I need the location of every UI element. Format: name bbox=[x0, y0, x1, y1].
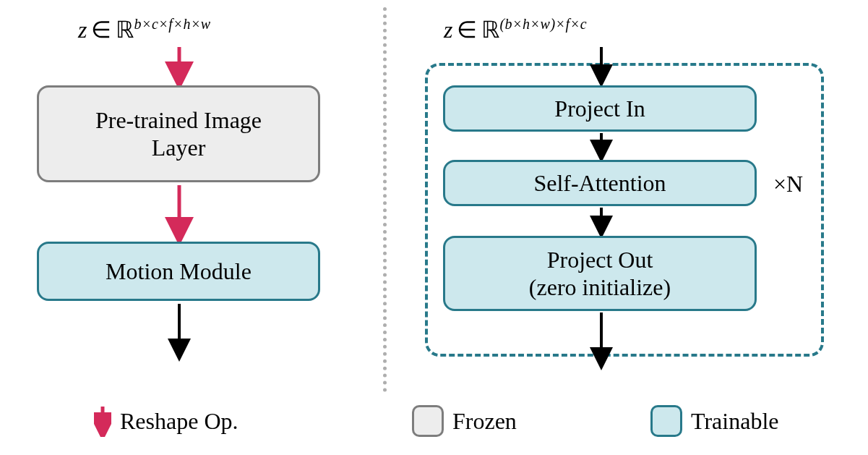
frozen-swatch-icon bbox=[412, 405, 444, 437]
legend-reshape-label: Reshape Op. bbox=[120, 408, 239, 435]
project-out-block: Project Out(zero initialize) bbox=[443, 236, 757, 311]
legend-trainable: Trainable bbox=[650, 405, 778, 437]
legend-trainable-label: Trainable bbox=[691, 408, 778, 435]
legend-frozen: Frozen bbox=[412, 405, 517, 437]
project-in-block: Project In bbox=[443, 85, 757, 132]
left-panel bbox=[0, 0, 383, 455]
black-arrow-icon bbox=[594, 312, 609, 370]
black-arrow-icon bbox=[594, 208, 609, 238]
diagram-root: z∈ℝb×c×f×h×w Pre-trained ImageLayer Moti… bbox=[0, 0, 868, 455]
black-arrow-icon bbox=[594, 47, 609, 87]
black-arrow-icon bbox=[172, 304, 186, 362]
xn-label: ×N bbox=[773, 171, 803, 197]
red-arrow-icon bbox=[172, 47, 186, 87]
panel-divider bbox=[383, 7, 387, 392]
black-arrow-icon bbox=[594, 133, 609, 162]
legend-frozen-label: Frozen bbox=[452, 408, 517, 435]
left-formula: z∈ℝb×c×f×h×w bbox=[78, 16, 211, 43]
red-arrow-icon bbox=[172, 185, 186, 243]
pretrained-image-layer-block: Pre-trained ImageLayer bbox=[37, 85, 320, 182]
trainable-swatch-icon bbox=[650, 405, 682, 437]
motion-module-block: Motion Module bbox=[37, 242, 320, 301]
right-formula: z∈ℝ(b×h×w)×f×c bbox=[444, 16, 587, 43]
self-attention-block: Self-Attention bbox=[443, 160, 757, 206]
red-arrow-icon bbox=[94, 405, 111, 437]
legend-reshape: Reshape Op. bbox=[94, 405, 239, 437]
